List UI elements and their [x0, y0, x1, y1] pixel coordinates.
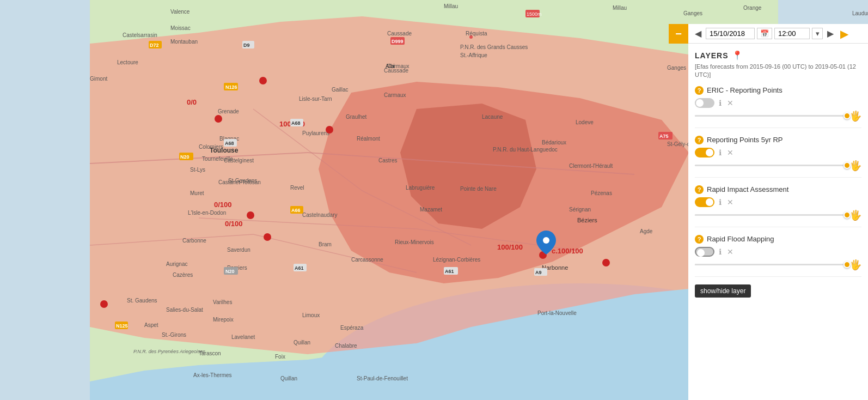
svg-text:Salies-du-Salat: Salies-du-Salat — [166, 307, 203, 313]
svg-text:St. Gaudens: St. Gaudens — [127, 298, 157, 304]
svg-text:Montauban: Montauban — [170, 39, 198, 45]
svg-text:Réalmont: Réalmont — [357, 136, 380, 142]
svg-text:A61: A61 — [295, 265, 304, 271]
svg-text:Gimont: Gimont — [90, 76, 107, 82]
svg-text:P.N.R. des Pyrenées Ariegeoise: P.N.R. des Pyrenées Ariegeoises — [133, 349, 206, 354]
svg-text:St.-Girons: St.-Girons — [162, 332, 186, 338]
svg-text:Valence: Valence — [170, 9, 190, 15]
svg-text:0/100: 0/100 — [225, 220, 243, 228]
svg-text:Clermont-l'Hérault: Clermont-l'Hérault — [569, 163, 613, 169]
layer-close-rapid-impact-button[interactable]: ✕ — [726, 198, 735, 207]
layer-name-row-rapid-impact: ? Rapid Impact Assessment — [695, 185, 861, 194]
svg-text:St.-Affrique: St.-Affrique — [460, 52, 487, 58]
svg-text:N126: N126 — [225, 84, 237, 90]
svg-text:Pointe de Nare: Pointe de Nare — [460, 186, 497, 192]
next-date-button[interactable]: ▶ — [825, 27, 836, 40]
layer-controls-reporting5yr: ℹ ✕ — [695, 148, 861, 157]
svg-text:Saverdun: Saverdun — [227, 247, 250, 253]
layer-toggle-eric[interactable] — [695, 98, 714, 108]
layers-pin-icon: 📍 — [732, 50, 743, 60]
layer-name-reporting5yr: Reporting Points 5yr RP — [707, 136, 861, 144]
svg-text:Millau: Millau — [613, 5, 627, 11]
svg-text:Pézenas: Pézenas — [591, 190, 612, 196]
layer-toggle-reporting5yr[interactable] — [695, 148, 714, 157]
svg-text:Castelginest: Castelginest — [224, 157, 254, 163]
svg-text:Aspet: Aspet — [144, 322, 158, 328]
svg-text:Aurignac: Aurignac — [166, 261, 187, 267]
svg-text:Millau: Millau — [444, 3, 458, 9]
svg-text:A68: A68 — [225, 141, 234, 146]
svg-text:Puylaurens: Puylaurens — [302, 130, 329, 136]
layer-slider-row-rapid-flood: 🖐 — [695, 259, 861, 271]
play-button[interactable]: ▶ — [838, 26, 851, 41]
svg-text:Réquista: Réquista — [466, 31, 487, 37]
layer-help-reporting5yr[interactable]: ? — [695, 136, 704, 144]
hand-icon-reporting5yr: 🖐 — [849, 160, 861, 172]
layer-controls-eric: ℹ ✕ — [695, 98, 861, 108]
layer-help-rapid-impact[interactable]: ? — [695, 185, 704, 194]
svg-text:0/0: 0/0 — [187, 98, 197, 106]
layer-slider-rapid-impact[interactable] — [695, 214, 847, 216]
layer-controls-rapid-impact: ℹ ✕ — [695, 197, 861, 207]
time-input[interactable] — [774, 28, 810, 39]
svg-text:Lodeve: Lodeve — [576, 119, 594, 125]
svg-text:Ganges: Ganges — [683, 10, 702, 16]
svg-text:D999: D999 — [392, 39, 404, 44]
layer-info-eric-button[interactable]: ℹ — [718, 99, 723, 107]
layer-name-row-eric: ? ERIC - Reporting Points — [695, 86, 861, 95]
svg-text:Bédarioux: Bédarioux — [542, 140, 566, 146]
svg-text:N20: N20 — [225, 269, 235, 274]
svg-text:Labruguière: Labruguière — [406, 185, 435, 191]
svg-text:Limoux: Limoux — [302, 312, 320, 318]
svg-text:Laudun: Laudun — [852, 10, 868, 16]
layer-info-rapid-impact-button[interactable]: ℹ — [718, 198, 723, 207]
svg-text:Mirepoix: Mirepoix — [213, 317, 234, 323]
svg-text:Caussade: Caussade — [387, 31, 412, 37]
layer-name-row-reporting5yr: ? Reporting Points 5yr RP — [695, 136, 861, 144]
datetime-bar: ◀ 📅 ▾ ▶ ▶ — [688, 24, 868, 44]
layer-row-rapid-flood: ? Rapid Flood Mapping ℹ ✕ 🖐 — [695, 235, 861, 277]
layer-slider-row-eric: 🖐 — [695, 110, 861, 122]
layer-name-row-rapid-flood: ? Rapid Flood Mapping — [695, 235, 861, 244]
time-dropdown-button[interactable]: ▾ — [812, 28, 823, 39]
layer-slider-rapid-flood[interactable] — [695, 264, 847, 265]
calendar-button[interactable]: 📅 — [757, 28, 772, 39]
layer-toggle-rapid-flood[interactable] — [695, 247, 714, 257]
svg-text:Agde: Agde — [640, 228, 653, 234]
layer-info-rapid-flood-button[interactable]: ℹ — [718, 247, 723, 256]
svg-text:Rieux-Minervois: Rieux-Minervois — [395, 239, 434, 245]
layer-name-eric: ERIC - Reporting Points — [707, 86, 861, 94]
layer-help-eric[interactable]: ? — [695, 86, 704, 95]
hand-icon-eric: 🖐 — [849, 110, 861, 122]
prev-date-button[interactable]: ◀ — [693, 27, 704, 40]
svg-text:Lézignan-Corbières: Lézignan-Corbières — [433, 257, 480, 263]
side-panel: LAYERS 📍 [Efas forecasts from 2015-09-16… — [688, 44, 868, 400]
svg-point-103 — [264, 233, 271, 241]
svg-text:Lisle-sur-Tarn: Lisle-sur-Tarn — [299, 96, 332, 102]
layer-slider-row-reporting5yr: 🖐 — [695, 160, 861, 172]
layer-info-reporting5yr-button[interactable]: ℹ — [718, 148, 723, 157]
layer-slider-eric[interactable] — [695, 115, 847, 117]
layer-slider-row-rapid-impact: 🖐 — [695, 209, 861, 221]
layer-toggle-rapid-impact[interactable] — [695, 197, 714, 207]
layers-title: LAYERS — [695, 51, 729, 60]
svg-text:Varilhes: Varilhes — [213, 299, 232, 305]
svg-text:100/100: 100/100 — [497, 243, 523, 251]
svg-text:N20: N20 — [180, 154, 190, 160]
collapse-panel-button[interactable]: − — [669, 24, 688, 44]
svg-text:Carbonne: Carbonne — [182, 238, 206, 244]
svg-text:Albi: Albi — [386, 63, 395, 69]
svg-text:Espéraza: Espéraza — [340, 325, 364, 331]
date-input[interactable] — [706, 28, 755, 39]
layer-close-rapid-flood-button[interactable]: ✕ — [726, 247, 735, 256]
layer-controls-rapid-flood: ℹ ✕ — [695, 247, 861, 257]
svg-text:D72: D72 — [150, 43, 159, 48]
layer-slider-reporting5yr[interactable] — [695, 165, 847, 166]
layer-help-rapid-flood[interactable]: ? — [695, 235, 704, 244]
svg-text:A61: A61 — [445, 269, 454, 274]
svg-point-100 — [215, 115, 222, 123]
svg-text:Sérignan: Sérignan — [569, 207, 591, 213]
hand-icon-rapid-impact: 🖐 — [849, 209, 861, 221]
layer-close-eric-button[interactable]: ✕ — [726, 99, 735, 107]
layer-close-reporting5yr-button[interactable]: ✕ — [726, 148, 735, 157]
